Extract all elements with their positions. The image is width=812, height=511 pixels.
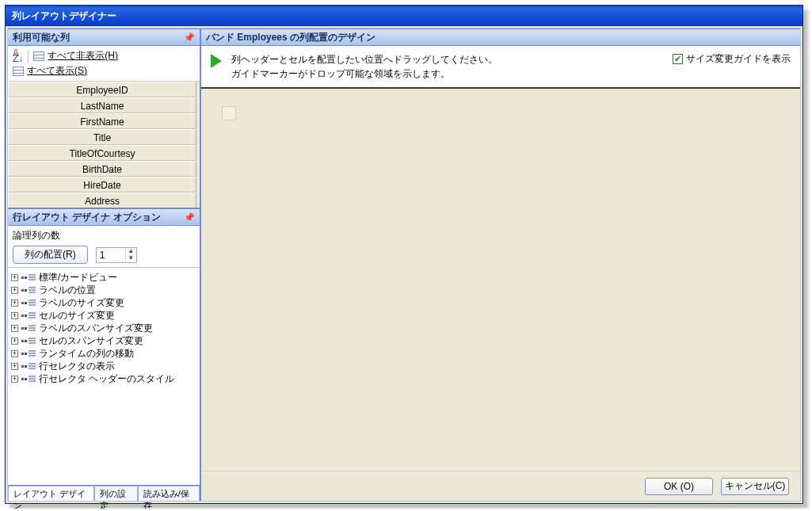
tree-item-label: ランタイムの列の移動 [39, 347, 134, 360]
expand-icon[interactable]: + [11, 325, 18, 332]
guide-check-label: サイズ変更ガイドを表示 [686, 52, 791, 66]
pin-icon[interactable]: 📌 [184, 212, 195, 223]
columns-toolbar: AZ↓ すべて非表示(H) すべて表示(S) [8, 46, 200, 82]
expand-icon[interactable]: + [11, 287, 18, 294]
tree-item[interactable]: +標準/カードビュー [11, 271, 196, 284]
tree-item-label: 標準/カードビュー [39, 271, 117, 284]
titlebar: 列レイアウトデザイナー [6, 6, 802, 26]
available-columns-title: 利用可能な列 [13, 31, 70, 44]
list-icon [21, 337, 36, 344]
tree-item-label: セルのスパンサイズ変更 [39, 334, 143, 348]
hide-all-icon[interactable] [33, 51, 44, 61]
options-top: 論理列の数 列の配置(R) ▲ ▼ [8, 226, 200, 267]
tree-item-label: 行セレクタ ヘッダーのスタイル [39, 372, 174, 386]
list-icon [21, 376, 36, 382]
cancel-button[interactable]: キャンセル(C) [721, 478, 789, 495]
expand-icon[interactable]: + [11, 376, 18, 383]
hide-all-link[interactable]: すべて非表示(H) [48, 49, 118, 63]
design-header: バンド Employees の列配置のデザイン [201, 29, 800, 46]
left-column: 利用可能な列 📌 AZ↓ すべて非表示(H) すべて表示(S) [8, 29, 201, 501]
options-panel: 論理列の数 列の配置(R) ▲ ▼ +標準/カードビュー [8, 226, 200, 501]
tab-load-save[interactable]: 読み込み/保存 [138, 486, 200, 501]
design-header-title: バンド Employees の列配置のデザイン [206, 31, 376, 44]
sort-icon[interactable]: AZ↓ [13, 51, 23, 62]
logical-cols-input[interactable] [97, 248, 125, 262]
right-column: バンド Employees の列配置のデザイン 列ヘッダーとセルを配置したい位置… [201, 29, 800, 501]
content-area: 利用可能な列 📌 AZ↓ すべて非表示(H) すべて表示(S) [7, 28, 801, 501]
tree-item[interactable]: +ラベルのスパンサイズ変更 [11, 322, 196, 334]
tree-item-label: ラベルのサイズ変更 [39, 296, 124, 310]
tree-item[interactable]: +ラベルのサイズ変更 [11, 296, 196, 309]
available-columns-body: AZ↓ すべて非表示(H) すべて表示(S) EmployeeID LastNa… [8, 46, 200, 208]
list-icon [21, 312, 36, 318]
column-item[interactable]: LastName [8, 97, 196, 113]
column-item[interactable]: FirstName [8, 113, 196, 129]
design-canvas[interactable] [201, 89, 800, 471]
ok-button[interactable]: OK (O) [645, 478, 713, 495]
show-all-icon[interactable] [13, 67, 24, 76]
column-item[interactable]: EmployeeID [8, 82, 196, 97]
dialog-window: 列レイアウトデザイナー 利用可能な列 📌 AZ↓ すべて非表示(H) [5, 5, 803, 504]
list-icon [21, 325, 36, 331]
logical-cols-label: 論理列の数 [13, 229, 195, 242]
tree-item[interactable]: +ラベルの位置 [11, 284, 196, 296]
tree-item-label: セルのサイズ変更 [39, 309, 115, 322]
tab-column-settings[interactable]: 列の設定 [94, 486, 138, 501]
list-icon [21, 363, 36, 369]
list-icon [21, 287, 36, 293]
guide-check[interactable]: ✔ サイズ変更ガイドを表示 [673, 52, 791, 66]
info-bar: 列ヘッダーとセルを配置したい位置へドラッグしてください。 ガイドマーカーがドロッ… [201, 46, 800, 89]
window-title: 列レイアウトデザイナー [12, 10, 116, 23]
available-columns-header: 利用可能な列 📌 [8, 29, 200, 46]
options-title: 行レイアウト デザイナ オプション [13, 211, 161, 224]
expand-icon[interactable]: + [11, 337, 18, 345]
tree-item[interactable]: +ランタイムの列の移動 [11, 347, 196, 360]
dialog-footer: OK (O) キャンセル(C) [201, 471, 800, 501]
info-text: 列ヘッダーとセルを配置したい位置へドラッグしてください。 ガイドマーカーがドロッ… [231, 52, 663, 81]
column-item[interactable]: BirthDate [8, 161, 196, 177]
pin-icon[interactable]: 📌 [184, 32, 195, 43]
expand-icon[interactable]: + [11, 274, 18, 281]
show-all-link[interactable]: すべて表示(S) [27, 64, 87, 78]
tree-item-label: 行セレクタの表示 [39, 360, 115, 373]
spinner-down-icon[interactable]: ▼ [125, 255, 136, 262]
tree-item[interactable]: +行セレクタ ヘッダーのスタイル [11, 372, 196, 385]
info-line-1: 列ヘッダーとセルを配置したい位置へドラッグしてください。 [231, 52, 663, 67]
expand-icon[interactable]: + [11, 350, 18, 357]
column-item[interactable]: Title [8, 129, 196, 145]
expand-icon[interactable]: + [11, 299, 18, 307]
column-item[interactable]: HireDate [8, 177, 196, 193]
checkbox-icon[interactable]: ✔ [673, 54, 683, 64]
list-icon [21, 299, 36, 306]
tree-item[interactable]: +行セレクタの表示 [11, 360, 196, 372]
info-line-2: ガイドマーカーがドロップ可能な領域を示します。 [231, 67, 663, 81]
expand-icon[interactable]: + [11, 363, 18, 370]
column-arrange-button[interactable]: 列の配置(R) [13, 246, 88, 264]
tree-item[interactable]: +セルのサイズ変更 [11, 309, 196, 322]
tree-item-label: ラベルの位置 [39, 284, 96, 297]
list-icon [21, 350, 36, 357]
columns-list[interactable]: EmployeeID LastName FirstName Title Titl… [8, 82, 200, 208]
options-header: 行レイアウト デザイナ オプション 📌 [8, 208, 200, 226]
options-tree[interactable]: +標準/カードビュー +ラベルの位置 +ラベルのサイズ変更 +セルのサイズ変更 … [8, 267, 200, 485]
logical-cols-spinner[interactable]: ▲ ▼ [96, 247, 137, 263]
list-icon [21, 274, 36, 280]
tree-item-label: ラベルのスパンサイズ変更 [39, 322, 153, 335]
bottom-tabs: レイアウト デザイン 列の設定 読み込み/保存 [8, 485, 200, 501]
column-item[interactable]: TitleOfCourtesy [8, 145, 196, 161]
play-icon [211, 54, 222, 68]
expand-icon[interactable]: + [11, 312, 18, 319]
toolbar-separator [28, 50, 29, 63]
tab-layout-design[interactable]: レイアウト デザイン [8, 486, 94, 501]
column-item[interactable]: Address [8, 193, 196, 208]
tree-item[interactable]: +セルのスパンサイズ変更 [11, 334, 196, 347]
drop-marker[interactable] [222, 106, 236, 120]
